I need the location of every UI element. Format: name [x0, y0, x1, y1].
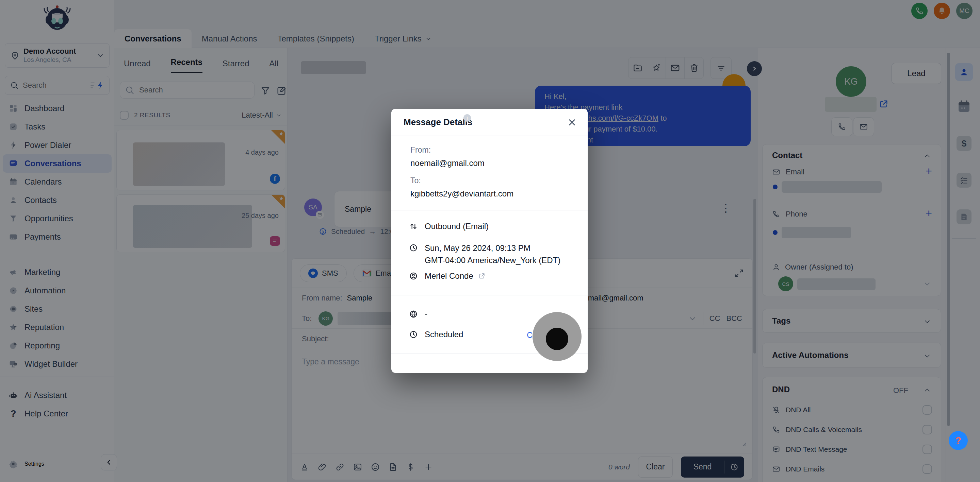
person-circle-icon [409, 271, 418, 281]
source-value: - [425, 309, 427, 319]
status-value: Scheduled [425, 330, 463, 339]
modal-close-button[interactable] [566, 116, 578, 128]
help-widget-button[interactable]: ? [949, 431, 968, 450]
clock-icon [409, 243, 418, 252]
external-link-icon[interactable] [478, 272, 485, 280]
datetime-value: Sun, May 26 2024, 09:13 PM GMT-04:00 Ame… [425, 242, 560, 266]
info-icon[interactable]: i [463, 114, 471, 122]
to-value: kgibbetts2y@deviantart.com [410, 189, 514, 198]
modal-title: Message Details [404, 117, 472, 127]
outbound-arrows-icon [409, 222, 418, 231]
datetime-line1: Sun, May 26 2024, 09:13 PM [425, 243, 530, 252]
direction-value: Outbound (Email) [425, 222, 488, 231]
clock-icon [409, 330, 418, 339]
datetime-line2: GMT-04:00 America/New_York (EDT) [425, 255, 560, 265]
click-indicator [533, 312, 582, 361]
divider [391, 136, 588, 136]
contact-row: Meriel Conde [409, 271, 485, 281]
source-row: - [409, 309, 427, 319]
divider [391, 295, 588, 295]
divider [391, 210, 588, 211]
click-indicator-center [546, 328, 568, 350]
direction-row: Outbound (Email) [409, 222, 488, 231]
globe-icon [409, 310, 418, 319]
to-label: To: [410, 176, 421, 185]
from-value: noemail@gmail.com [410, 159, 485, 168]
status-row: Scheduled [409, 330, 463, 339]
contact-name-link[interactable]: Meriel Conde [425, 271, 473, 281]
app-root: Demo Account Los Angeles, CA Dashboard T… [0, 0, 980, 482]
close-icon [567, 117, 577, 127]
datetime-row: Sun, May 26 2024, 09:13 PM GMT-04:00 Ame… [409, 242, 560, 266]
from-label: From: [410, 146, 431, 155]
